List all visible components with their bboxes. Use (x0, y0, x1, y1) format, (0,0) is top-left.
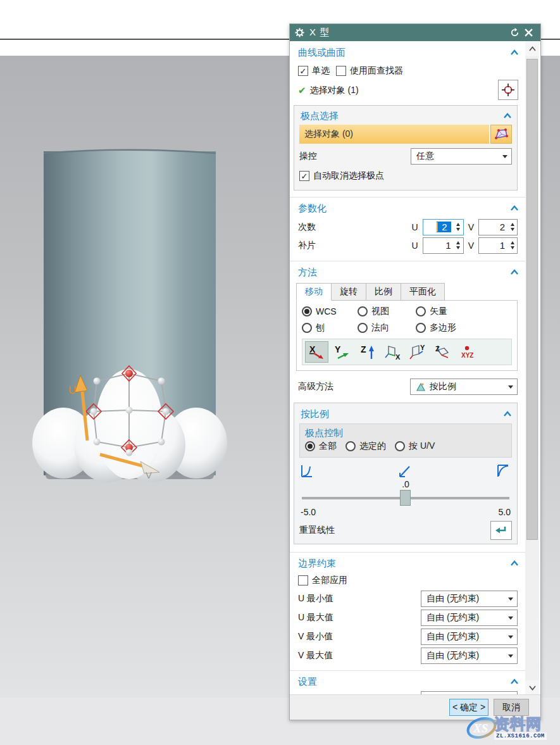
ease-out-curve-icon[interactable] (497, 464, 511, 478)
v-label: V (468, 222, 474, 232)
close-icon[interactable] (521, 26, 535, 40)
selection-check-icon: ✔ (298, 85, 306, 96)
x-axis-button[interactable]: X (305, 341, 328, 363)
radio-all-poles[interactable]: 全部 (305, 441, 337, 452)
tab-rotate[interactable]: 旋转 (332, 283, 366, 301)
use-face-finder-checkbox[interactable]: ✓ (336, 66, 346, 76)
section-boundary-header[interactable]: 边界约束 (290, 555, 525, 572)
proportional-header[interactable]: 按比例 (299, 406, 512, 422)
select-object-label[interactable]: 选择对象 (1) (310, 85, 359, 96)
auto-deselect-checkbox[interactable]: ✓ (299, 171, 309, 181)
radio-vector[interactable]: 矢量 (416, 306, 512, 317)
section-settings-header[interactable]: 设置 (290, 673, 525, 690)
pole-selection-header[interactable]: 极点选择 (299, 108, 512, 123)
radio-polygon[interactable]: 多边形 (416, 322, 512, 334)
radio-plane[interactable]: 刨 (302, 322, 358, 334)
collapse-chevron-icon[interactable] (510, 560, 519, 567)
spin-down-icon[interactable] (511, 228, 514, 231)
spin-up-icon[interactable] (456, 223, 460, 226)
pole-surface-icon (494, 127, 509, 141)
tab-move[interactable]: 移动 (296, 283, 332, 301)
collapse-chevron-icon[interactable] (503, 113, 512, 119)
chevron-up-icon (529, 46, 536, 51)
slider-thumb[interactable] (400, 490, 411, 506)
watermark: XS 资料网 ZL.XS1616.COM (465, 713, 559, 743)
radio-view[interactable]: 视图 (358, 306, 416, 317)
model-scene[interactable]: U V (0, 56, 289, 698)
collapse-chevron-icon[interactable] (510, 679, 519, 685)
spin-down-icon[interactable] (511, 246, 514, 249)
dialog-titlebar[interactable]: X 型 (290, 24, 540, 41)
xyz-point-button[interactable]: XYZ (457, 341, 480, 363)
degree-v-spinner[interactable]: 2 (478, 219, 518, 235)
z-axis-button[interactable]: Z (356, 341, 379, 363)
pole-filter-button[interactable] (490, 125, 512, 144)
linear-curve-icon[interactable] (399, 464, 413, 478)
section-title: 曲线或曲面 (298, 47, 345, 59)
dialog-scrollbar[interactable] (525, 41, 539, 696)
manipulation-label: 操控 (299, 151, 317, 162)
spin-down-icon[interactable] (456, 246, 460, 249)
watermark-logo: XS (465, 714, 498, 742)
v-max-dropdown[interactable]: 自由 (无约束) (421, 648, 518, 664)
collapse-chevron-icon[interactable] (503, 411, 512, 417)
v-max-label: V 最大值 (298, 650, 333, 661)
section-parameterization-header[interactable]: 参数化 (290, 200, 525, 216)
xform-dialog: X 型 曲线或曲面 ✓ 单选 ✓ 使用面查找器 ✔ 选择对象 (1) (289, 23, 541, 720)
svg-text:Z: Z (361, 344, 366, 354)
auto-deselect-label: 自动取消选择极点 (313, 170, 384, 182)
yz-plane-button[interactable]: X (381, 341, 404, 363)
spin-up-icon[interactable] (511, 223, 514, 226)
collapse-chevron-icon[interactable] (510, 49, 519, 56)
degree-v-value: 2 (500, 222, 505, 232)
v-min-dropdown[interactable]: 自由 (无约束) (421, 629, 518, 645)
patch-v-spinner[interactable]: 1 (478, 237, 518, 254)
section-method-header[interactable]: 方法 (290, 264, 525, 280)
single-select-checkbox[interactable]: ✓ (298, 66, 308, 76)
collapse-chevron-icon[interactable] (510, 269, 519, 275)
watermark-site: ZL.XS1616.COM (494, 732, 547, 740)
radio-wcs[interactable]: WCS (302, 306, 358, 317)
u-max-dropdown[interactable]: 自由 (无约束) (421, 610, 518, 626)
pole-control-group: 极点控制 全部 选定的 按 U/V (299, 423, 512, 458)
radio-normal[interactable]: 法向 (358, 322, 416, 334)
tab-planarize[interactable]: 平面化 (401, 283, 445, 301)
reset-icon[interactable] (507, 26, 521, 40)
proportional-icon (416, 382, 426, 392)
watermark-name: 资料网 (494, 717, 542, 732)
xy-plane-button[interactable]: Z (432, 341, 455, 363)
patch-v-value: 1 (500, 240, 505, 251)
scrollbar-thumb[interactable] (526, 59, 538, 540)
spin-up-icon[interactable] (456, 241, 460, 244)
collapse-chevron-icon[interactable] (510, 205, 519, 211)
apply-all-checkbox[interactable]: ✓ (298, 575, 308, 585)
manipulation-value: 任意 (416, 151, 500, 162)
scroll-down-button[interactable] (525, 680, 539, 696)
v-label: V (468, 241, 474, 251)
u-min-dropdown[interactable]: 自由 (无约束) (421, 591, 518, 607)
tab-scale[interactable]: 比例 (366, 283, 401, 301)
proportional-group: 按比例 极点控制 全部 选定的 按 U/V (294, 403, 518, 544)
manipulation-dropdown[interactable]: 任意 (411, 148, 512, 165)
ease-in-curve-icon[interactable] (301, 464, 314, 478)
proportion-slider[interactable] (302, 489, 509, 506)
spin-down-icon[interactable] (456, 228, 460, 231)
section-title: 极点选择 (301, 110, 339, 122)
section-curve-or-surface-header[interactable]: 曲线或曲面 (290, 44, 525, 61)
xz-plane-button[interactable]: Y (406, 341, 430, 363)
slider-min-label: -5.0 (301, 507, 316, 517)
radio-selected-poles[interactable]: 选定的 (345, 441, 386, 452)
y-axis-button[interactable]: Y (330, 341, 354, 363)
spin-up-icon[interactable] (511, 241, 514, 244)
advanced-method-dropdown[interactable]: 按比例 (410, 379, 518, 395)
reset-linear-button[interactable] (490, 521, 512, 540)
snap-point-button[interactable] (498, 80, 518, 100)
select-poles-row[interactable]: 选择对象 (0) (299, 125, 489, 144)
degree-u-spinner[interactable]: 2 (423, 219, 464, 235)
patch-u-spinner[interactable]: 1 (423, 237, 464, 254)
scroll-up-button[interactable] (525, 41, 539, 56)
single-select-label: 单选 (312, 65, 330, 77)
method-tabs: 移动 旋转 比例 平面化 (296, 283, 525, 301)
svg-text:XYZ: XYZ (461, 352, 473, 359)
radio-by-uv[interactable]: 按 U/V (395, 441, 435, 452)
